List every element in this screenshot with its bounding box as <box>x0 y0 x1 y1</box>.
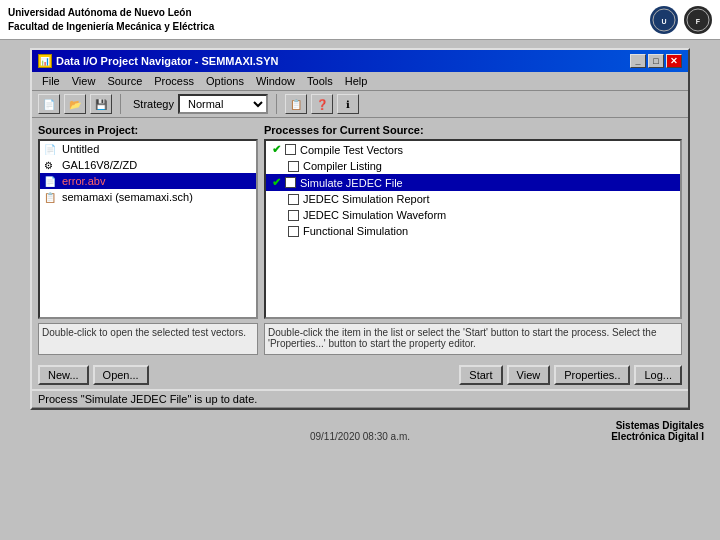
menubar: File View Source Process Options Window … <box>32 72 688 91</box>
process-jedec-waveform[interactable]: JEDEC Simulation Waveform <box>266 207 680 223</box>
toolbar-divider2 <box>276 94 277 114</box>
status-bar: Process "Simulate JEDEC File" is up to d… <box>32 389 688 408</box>
sources-hint: Double-click to open the selected test v… <box>38 323 258 355</box>
source-doc-icon: 📄 <box>44 144 58 155</box>
start-button[interactable]: Start <box>459 365 502 385</box>
university-title: Universidad Autónoma de Nuevo León Facul… <box>8 6 214 34</box>
bottom-bar: New... Open... Start View Properties.. L… <box>32 361 688 389</box>
source-error-icon: 📄 <box>44 176 58 187</box>
toolbar-copy-btn[interactable]: 📋 <box>285 94 307 114</box>
toolbar-divider <box>120 94 121 114</box>
process-report-label: JEDEC Simulation Report <box>303 193 430 205</box>
source-semamaxi-label: semamaxi (semamaxi.sch) <box>62 191 193 203</box>
source-item-error[interactable]: 📄 error.abv <box>40 173 256 189</box>
content-area: Sources in Project: 📄 Untitled ⚙ GAL16V8… <box>32 118 688 361</box>
sources-listbox[interactable]: 📄 Untitled ⚙ GAL16V8/Z/ZD 📄 error.abv 📋 … <box>38 139 258 319</box>
svg-text:U: U <box>661 18 666 25</box>
checkbox-report[interactable] <box>288 194 299 205</box>
view-button[interactable]: View <box>507 365 551 385</box>
university-logos: U F <box>650 6 712 34</box>
menu-options[interactable]: Options <box>200 73 250 89</box>
toolbar-save-btn[interactable]: 💾 <box>90 94 112 114</box>
toolbar-new-btn[interactable]: 📄 <box>38 94 60 114</box>
menu-tools[interactable]: Tools <box>301 73 339 89</box>
checkbox-functional[interactable] <box>288 226 299 237</box>
processes-listbox[interactable]: ✔ Compile Test Vectors Compiler Listing … <box>264 139 682 319</box>
process-compile-label: Compile Test Vectors <box>300 144 403 156</box>
logo-uanl: U <box>650 6 678 34</box>
svg-text:F: F <box>696 18 701 25</box>
properties-button[interactable]: Properties.. <box>554 365 630 385</box>
titlebar: 📊 Data I/O Project Navigator - SEMMAXI.S… <box>32 50 688 72</box>
footer-right: Sistemas Digitales Electrónica Digital I <box>611 420 704 442</box>
strategy-label: Strategy <box>133 98 174 110</box>
source-error-label: error.abv <box>62 175 105 187</box>
status-text: Process "Simulate JEDEC File" is up to d… <box>38 393 257 405</box>
window-icon: 📊 <box>38 54 52 68</box>
source-item-label: Untitled <box>62 143 99 155</box>
strategy-selector: Strategy Normal Fast <box>129 94 268 114</box>
process-compiler-listing[interactable]: Compiler Listing <box>266 158 680 174</box>
menu-source[interactable]: Source <box>101 73 148 89</box>
logo-fime: F <box>684 6 712 34</box>
minimize-button[interactable]: _ <box>630 54 646 68</box>
source-item-semamaxi[interactable]: 📋 semamaxi (semamaxi.sch) <box>40 189 256 205</box>
process-functional-sim[interactable]: Functional Simulation <box>266 223 680 239</box>
check-simulate-icon: ✔ <box>272 176 281 189</box>
maximize-button[interactable]: □ <box>648 54 664 68</box>
sources-panel: Sources in Project: 📄 Untitled ⚙ GAL16V8… <box>38 124 258 355</box>
strategy-select[interactable]: Normal Fast <box>178 94 268 114</box>
checkbox-compile[interactable] <box>285 144 296 155</box>
processes-title: Processes for Current Source: <box>264 124 682 136</box>
new-button[interactable]: New... <box>38 365 89 385</box>
checkbox-listing[interactable] <box>288 161 299 172</box>
source-gal-icon: ⚙ <box>44 160 58 171</box>
source-item-gal[interactable]: ⚙ GAL16V8/Z/ZD <box>40 157 256 173</box>
log-button[interactable]: Log... <box>634 365 682 385</box>
menu-view[interactable]: View <box>66 73 102 89</box>
process-compile-test[interactable]: ✔ Compile Test Vectors <box>266 141 680 158</box>
process-functional-label: Functional Simulation <box>303 225 408 237</box>
check-compile-icon: ✔ <box>272 143 281 156</box>
process-simulate-jedec[interactable]: ✔ Simulate JEDEC File <box>266 174 680 191</box>
close-button[interactable]: ✕ <box>666 54 682 68</box>
toolbar-open-btn[interactable]: 📂 <box>64 94 86 114</box>
main-window: 📊 Data I/O Project Navigator - SEMMAXI.S… <box>30 48 690 410</box>
process-jedec-report[interactable]: JEDEC Simulation Report <box>266 191 680 207</box>
menu-help[interactable]: Help <box>339 73 374 89</box>
menu-window[interactable]: Window <box>250 73 301 89</box>
open-button[interactable]: Open... <box>93 365 149 385</box>
sources-title: Sources in Project: <box>38 124 258 136</box>
checkbox-simulate[interactable] <box>285 177 296 188</box>
process-waveform-label: JEDEC Simulation Waveform <box>303 209 446 221</box>
toolbar: 📄 📂 💾 Strategy Normal Fast 📋 ❓ ℹ <box>32 91 688 118</box>
source-sch-icon: 📋 <box>44 192 58 203</box>
checkbox-waveform[interactable] <box>288 210 299 221</box>
process-simulate-label: Simulate JEDEC File <box>300 177 403 189</box>
university-header: Universidad Autónoma de Nuevo León Facul… <box>0 0 720 40</box>
toolbar-help-btn[interactable]: ❓ <box>311 94 333 114</box>
footer-timestamp: 09/11/2020 08:30 a.m. <box>310 431 410 442</box>
menu-file[interactable]: File <box>36 73 66 89</box>
source-gal-label: GAL16V8/Z/ZD <box>62 159 137 171</box>
menu-process[interactable]: Process <box>148 73 200 89</box>
process-listing-label: Compiler Listing <box>303 160 382 172</box>
source-item-untitled[interactable]: 📄 Untitled <box>40 141 256 157</box>
processes-hint: Double-click the item in the list or sel… <box>264 323 682 355</box>
window-title: Data I/O Project Navigator - SEMMAXI.SYN <box>56 55 279 67</box>
page-footer: 09/11/2020 08:30 a.m. Sistemas Digitales… <box>8 416 712 446</box>
toolbar-info-btn[interactable]: ℹ <box>337 94 359 114</box>
processes-panel: Processes for Current Source: ✔ Compile … <box>264 124 682 355</box>
